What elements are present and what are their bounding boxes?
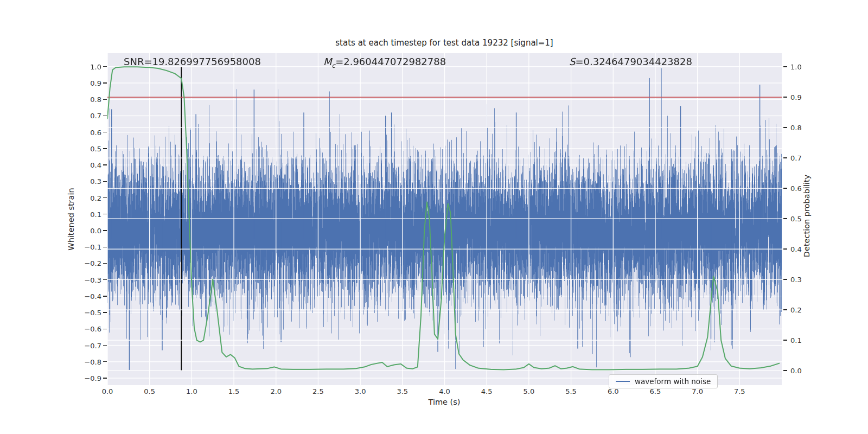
- left-tick-mark: [103, 66, 107, 67]
- left-tick-label: −0.3: [84, 276, 101, 284]
- x-tick-label: 4.5: [481, 387, 493, 395]
- x-tick-label: 5.5: [565, 387, 577, 395]
- left-tick-label: 0.1: [90, 210, 101, 218]
- left-tick-label: −0.2: [84, 259, 101, 267]
- left-tick-mark: [103, 296, 107, 296]
- x-tick-label: 4.0: [439, 387, 450, 395]
- figure: stats at each timestep for test data 192…: [0, 0, 868, 434]
- left-tick-label: −0.6: [84, 325, 101, 333]
- right-tick-label: 0.0: [790, 367, 802, 375]
- s-value: =0.3246479034423828: [575, 56, 692, 67]
- left-tick-mark: [103, 132, 107, 132]
- legend-line-sample: [616, 381, 630, 382]
- x-tick-label: 2.5: [312, 387, 324, 395]
- right-tick-label: 0.8: [790, 124, 802, 132]
- x-tick-label: 1.0: [186, 387, 197, 395]
- left-tick-mark: [103, 214, 107, 214]
- right-tick-label: 0.9: [790, 93, 802, 101]
- left-tick-mark: [103, 181, 107, 182]
- x-tick-label: 7.5: [734, 387, 745, 395]
- right-tick-label: 0.4: [790, 245, 802, 253]
- mc-symbol: M: [323, 56, 332, 67]
- left-tick-mark: [103, 247, 107, 247]
- left-tick-label: −0.1: [84, 243, 101, 251]
- right-tick-label: 1.0: [790, 63, 802, 71]
- left-tick-mark: [103, 263, 107, 264]
- left-tick-mark: [103, 378, 107, 378]
- x-tick-label: 0.5: [144, 387, 155, 395]
- right-tick-mark: [783, 157, 787, 158]
- x-tick-label: 7.0: [692, 387, 703, 395]
- right-tick-mark: [783, 370, 787, 371]
- left-tick-mark: [103, 197, 107, 198]
- y-axis-label-right: Detection probability: [802, 175, 811, 257]
- legend: waveform with noise: [609, 374, 718, 388]
- right-tick-mark: [783, 218, 787, 219]
- left-tick-mark: [103, 99, 107, 100]
- chirp-mass-annotation: Mc=2.960447072982788: [323, 56, 446, 69]
- left-tick-label: 0.9: [90, 79, 101, 87]
- right-tick-mark: [783, 97, 787, 97]
- s-annotation: S=0.3246479034423828: [569, 56, 692, 67]
- right-tick-label: 0.1: [790, 336, 802, 344]
- x-tick-label: 5.0: [524, 387, 535, 395]
- left-tick-label: −0.5: [84, 309, 101, 317]
- right-tick-mark: [783, 340, 787, 340]
- left-tick-mark: [103, 82, 107, 83]
- left-tick-label: 0.6: [90, 128, 101, 136]
- left-tick-mark: [103, 345, 107, 346]
- x-tick-label: 2.0: [270, 387, 282, 395]
- right-tick-label: 0.6: [790, 184, 802, 193]
- left-tick-label: −0.7: [84, 341, 101, 349]
- left-tick-label: 0.4: [90, 161, 101, 169]
- x-tick-label: 3.5: [397, 387, 408, 395]
- s-symbol: S: [569, 56, 575, 67]
- right-tick-mark: [783, 66, 787, 67]
- right-tick-mark: [783, 309, 787, 310]
- x-tick-label: 6.0: [608, 387, 619, 395]
- left-tick-label: 0.7: [90, 112, 101, 120]
- left-tick-label: 0.2: [90, 194, 101, 202]
- right-tick-mark: [783, 188, 787, 188]
- left-tick-label: 0.0: [90, 227, 101, 235]
- x-tick-label: 6.5: [650, 387, 661, 395]
- right-tick-label: 0.7: [790, 154, 802, 162]
- left-tick-mark: [103, 230, 107, 231]
- chart-title: stats at each timestep for test data 192…: [335, 38, 553, 48]
- left-tick-label: −0.4: [84, 292, 101, 300]
- x-tick-label: 3.0: [355, 387, 366, 395]
- left-tick-mark: [103, 312, 107, 312]
- left-tick-label: 0.5: [90, 144, 101, 152]
- left-tick-label: 0.8: [90, 95, 101, 104]
- left-tick-mark: [103, 116, 107, 116]
- legend-label: waveform with noise: [635, 377, 711, 386]
- plot-canvas: [107, 53, 782, 385]
- left-tick-label: 0.3: [90, 177, 101, 186]
- left-tick-mark: [103, 361, 107, 362]
- left-tick-mark: [103, 148, 107, 149]
- right-tick-mark: [783, 248, 787, 249]
- left-tick-mark: [103, 329, 107, 329]
- x-tick-label: 0.0: [102, 387, 113, 395]
- right-tick-label: 0.3: [790, 276, 802, 284]
- x-tick-label: 1.5: [228, 387, 240, 395]
- y-axis-label-left: Whitened strain: [67, 188, 75, 250]
- right-tick-mark: [783, 127, 787, 127]
- snr-annotation: SNR=19.826997756958008: [124, 56, 261, 67]
- right-tick-label: 0.5: [790, 215, 802, 223]
- left-tick-mark: [103, 279, 107, 280]
- mc-value: =2.960447072982788: [335, 56, 446, 67]
- right-tick-label: 0.2: [790, 306, 802, 314]
- left-tick-mark: [103, 164, 107, 165]
- x-axis-label: Time (s): [429, 398, 461, 406]
- left-tick-label: 1.0: [90, 62, 101, 71]
- snr-text: SNR=19.826997756958008: [124, 56, 261, 67]
- left-tick-label: −0.9: [84, 374, 101, 382]
- left-tick-label: −0.8: [84, 358, 101, 366]
- right-tick-mark: [783, 279, 787, 279]
